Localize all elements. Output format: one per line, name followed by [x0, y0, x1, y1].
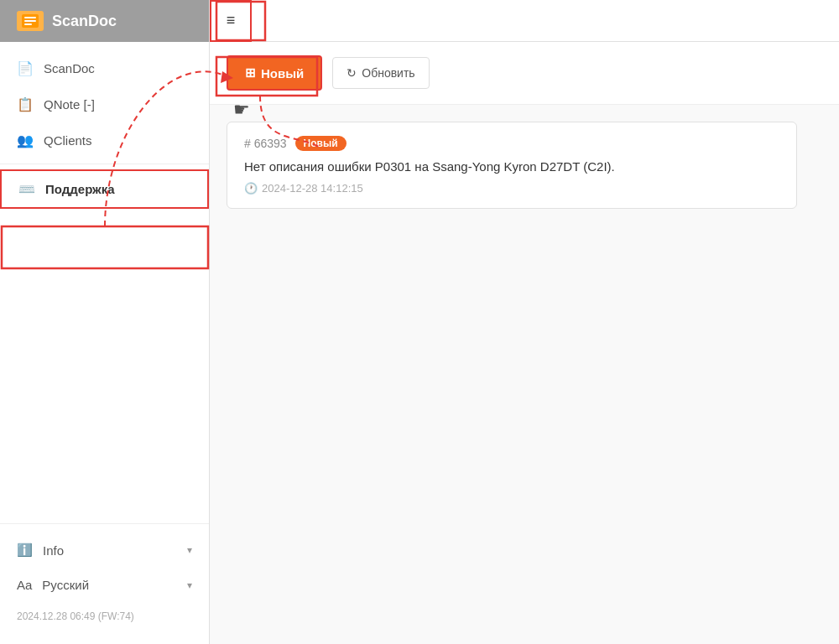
content-area: # 66393 Новый Нет описания ошибки P0301 …: [210, 105, 839, 644]
main-content: ≡ ⊞ Новый ↻ Обновить # 66393 Новый Нет о…: [210, 0, 839, 644]
ticket-time: 🕐 2024-12-28 14:12:15: [244, 182, 779, 195]
svg-rect-2: [24, 20, 36, 22]
sidebar-item-qclients-label: QClients: [44, 133, 92, 148]
sidebar-item-scandoc-label: ScanDoc: [44, 61, 95, 75]
refresh-icon: ↻: [347, 66, 357, 80]
sidebar-lang-label: Русский: [42, 578, 89, 592]
refresh-button-label: Обновить: [362, 66, 414, 80]
svg-rect-1: [24, 17, 36, 18]
svg-rect-3: [24, 23, 32, 25]
info-icon: ℹ️: [17, 543, 33, 558]
sidebar-item-qnote[interactable]: 📋 QNote [-]: [0, 86, 209, 122]
menu-toggle-button[interactable]: ≡: [210, 0, 252, 42]
topbar: ≡: [210, 0, 839, 42]
sidebar-item-scandoc[interactable]: 📄 ScanDoc: [0, 50, 209, 86]
sidebar-item-qnote-label: QNote [-]: [44, 97, 95, 112]
sidebar-item-info[interactable]: ℹ️ Info ▾: [0, 532, 209, 568]
sidebar-item-language[interactable]: Aa Русский ▾: [0, 568, 209, 602]
qnote-icon: 📋: [17, 96, 34, 112]
sidebar-divider: [0, 164, 209, 164]
refresh-button[interactable]: ↻ Обновить: [332, 57, 429, 89]
new-button[interactable]: ⊞ Новый: [227, 55, 322, 91]
sidebar-logo-text: ScanDoc: [52, 13, 117, 30]
new-button-plus-icon: ⊞: [245, 65, 256, 80]
ticket-number: # 66393: [244, 137, 287, 150]
sidebar-item-support-label: Поддержка: [45, 182, 115, 196]
sidebar-info-label: Info: [43, 543, 64, 558]
ticket-card[interactable]: # 66393 Новый Нет описания ошибки P0301 …: [227, 122, 797, 209]
sidebar: ScanDoc 📄 ScanDoc 📋 QNote [-] 👥 QClients…: [0, 0, 210, 644]
language-icon: Aa: [17, 578, 32, 592]
sidebar-item-qclients[interactable]: 👥 QClients: [0, 122, 209, 158]
sidebar-item-support[interactable]: ⌨️ Поддержка: [0, 169, 209, 209]
ticket-header: # 66393 Новый: [244, 136, 779, 151]
toolbar: ⊞ Новый ↻ Обновить: [210, 42, 839, 105]
support-icon: ⌨️: [18, 181, 35, 197]
new-button-label: Новый: [261, 66, 304, 80]
ticket-badge: Новый: [295, 136, 347, 151]
sidebar-nav: 📄 ScanDoc 📋 QNote [-] 👥 QClients ⌨️ Подд…: [0, 42, 209, 523]
ticket-time-value: 2024-12-28 14:12:15: [262, 182, 363, 195]
info-chevron-icon: ▾: [187, 544, 192, 556]
scandoc-icon: 📄: [17, 60, 34, 76]
logo-icon: [17, 11, 44, 31]
qclients-icon: 👥: [17, 132, 34, 148]
ticket-title: Нет описания ошибки P0301 на Ssang-Yong …: [244, 158, 779, 175]
sidebar-bottom: ℹ️ Info ▾ Aa Русский ▾ 2024.12.28 06:49 …: [0, 523, 209, 644]
clock-icon: 🕐: [244, 182, 258, 195]
sidebar-version: 2024.12.28 06:49 (FW:74): [0, 602, 209, 636]
sidebar-header: ScanDoc: [0, 0, 209, 42]
lang-chevron-icon: ▾: [187, 579, 192, 591]
